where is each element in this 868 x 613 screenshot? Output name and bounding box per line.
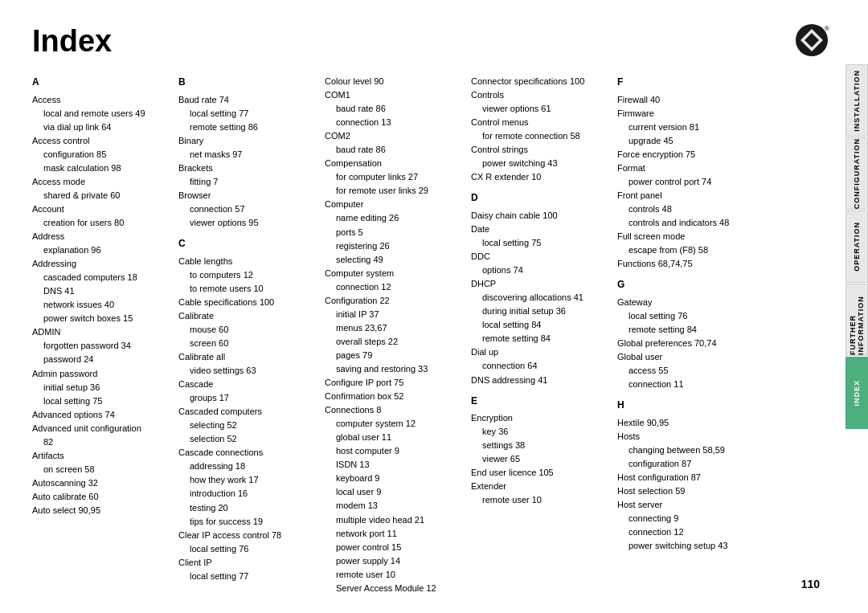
index-entry: local setting 77 bbox=[178, 107, 315, 121]
index-entry: changing between 58,59 bbox=[617, 443, 754, 457]
index-entry: local setting 76 bbox=[617, 309, 754, 323]
index-entry: shared & private 60 bbox=[32, 189, 169, 202]
index-entry: on screen 58 bbox=[32, 463, 169, 476]
index-entry: registering 26 bbox=[325, 239, 461, 253]
sidebar-tab-index[interactable]: INDEX bbox=[845, 357, 868, 429]
index-entry: DDC bbox=[471, 250, 608, 264]
index-entry: Gateway bbox=[617, 296, 754, 309]
index-entry: cascaded computers 18 bbox=[32, 271, 169, 284]
index-entry: name editing 26 bbox=[325, 211, 461, 225]
index-entry: Firewall 40 bbox=[617, 93, 754, 107]
index-entry: access 55 bbox=[617, 364, 754, 378]
index-entry: fitting 7 bbox=[178, 175, 315, 189]
index-entry: Clear IP access control 78 bbox=[178, 529, 315, 542]
index-entry: computer system 12 bbox=[325, 417, 461, 431]
index-entry: Control menus bbox=[471, 116, 608, 129]
index-entry: configuration 85 bbox=[32, 148, 169, 161]
index-entry: Computer bbox=[325, 198, 461, 211]
index-entry: local setting 76 bbox=[178, 542, 315, 556]
index-entry: power supply 14 bbox=[325, 554, 461, 568]
index-entry: initial setup 36 bbox=[32, 381, 169, 394]
index-entry: controls and indicators 48 bbox=[617, 216, 754, 230]
index-entry: Addressing bbox=[32, 257, 169, 271]
index-entry: addressing 18 bbox=[178, 460, 315, 473]
index-entry: explanation 96 bbox=[32, 243, 169, 257]
index-entry: password 24 bbox=[32, 353, 169, 366]
index-entry: Calibrate bbox=[178, 309, 315, 323]
page-number: 110 bbox=[801, 578, 820, 591]
index-entry: connection 13 bbox=[325, 116, 461, 129]
index-entry: video settings 63 bbox=[178, 364, 315, 378]
index-entry: for computer links 27 bbox=[325, 170, 461, 184]
sidebar-tab-installation[interactable]: INSTALLATION bbox=[845, 64, 868, 137]
index-entry: connection 11 bbox=[617, 378, 754, 391]
index-entry: DHCP bbox=[471, 277, 608, 291]
index-entry: via dial up link 64 bbox=[32, 121, 169, 134]
index-entry: for remote connection 58 bbox=[471, 129, 608, 143]
index-entry: to remote users 10 bbox=[178, 282, 315, 296]
index-entry: Global preferences 70,74 bbox=[617, 337, 754, 350]
index-entry: for remote user links 29 bbox=[325, 184, 461, 198]
index-entry: Advanced unit configuration bbox=[32, 422, 169, 435]
index-entry: options 74 bbox=[471, 264, 608, 277]
index-entry: remote setting 84 bbox=[617, 323, 754, 337]
index-entry: pages 79 bbox=[325, 349, 461, 362]
index-entry: connecting 9 bbox=[617, 512, 754, 525]
index-entry: local and remote users 49 bbox=[32, 107, 169, 121]
index-entry: COM2 bbox=[325, 129, 461, 143]
index-entry: controls 48 bbox=[617, 202, 754, 216]
index-entry: DNS 41 bbox=[32, 284, 169, 298]
sidebar-tab-configuration[interactable]: CONFIGURATION bbox=[845, 137, 868, 210]
section-letter-d: D bbox=[471, 190, 608, 206]
index-entry: Encryption bbox=[471, 411, 608, 425]
index-entry: Address bbox=[32, 230, 169, 243]
index-entry: Auto calibrate 60 bbox=[32, 490, 169, 504]
index-entry: viewer 65 bbox=[471, 452, 608, 466]
index-entry: Access mode bbox=[32, 175, 169, 189]
index-entry: Brackets bbox=[178, 161, 315, 175]
index-entry: Browser bbox=[178, 189, 315, 202]
index-entry: overall steps 22 bbox=[325, 335, 461, 349]
index-entry: ports 5 bbox=[325, 226, 461, 239]
index-entry: Hextile 90,95 bbox=[617, 416, 754, 430]
index-entry: local setting 84 bbox=[471, 318, 608, 332]
index-entry: Computer system bbox=[325, 267, 461, 280]
index-entry: groups 17 bbox=[178, 391, 315, 405]
index-entry: selecting 52 bbox=[178, 419, 315, 432]
index-entry: Controls bbox=[471, 88, 608, 102]
index-entry: Connector specifications 100 bbox=[471, 75, 608, 88]
index-entry: discovering allocations 41 bbox=[471, 291, 608, 304]
index-entry: power control port 74 bbox=[617, 175, 754, 189]
index-entry: Connections 8 bbox=[325, 403, 461, 417]
index-entry: key 36 bbox=[471, 425, 608, 439]
index-entry: local user 9 bbox=[325, 485, 461, 499]
index-entry: Host server bbox=[617, 498, 754, 512]
index-entry: connection 12 bbox=[325, 280, 461, 294]
index-entry: Cascade connections bbox=[178, 446, 315, 460]
sidebar-tab-operation[interactable]: OPERATION bbox=[845, 210, 868, 283]
index-entry: Auto select 90,95 bbox=[32, 504, 169, 517]
index-entry: saving and restoring 33 bbox=[325, 362, 461, 376]
index-entry: net masks 97 bbox=[178, 148, 315, 161]
col-b: BBaud rate 74local setting 77remote sett… bbox=[178, 75, 325, 595]
index-entry: Format bbox=[617, 161, 754, 175]
index-entry: screen 60 bbox=[178, 337, 315, 350]
index-entry: mouse 60 bbox=[178, 323, 315, 337]
index-entry: ADMIN bbox=[32, 325, 169, 339]
index-entry: baud rate 86 bbox=[325, 102, 461, 116]
index-entry: mask calculation 98 bbox=[32, 161, 169, 175]
index-entry: current version 81 bbox=[617, 121, 754, 134]
index-entry: connection 57 bbox=[178, 202, 315, 216]
svg-text:®: ® bbox=[825, 25, 829, 32]
index-entry: Account bbox=[32, 202, 169, 216]
index-entry: how they work 17 bbox=[178, 473, 315, 487]
section-letter-e: E bbox=[471, 394, 608, 409]
index-entry: Host configuration 87 bbox=[617, 471, 754, 484]
index-entry: COM1 bbox=[325, 88, 461, 102]
sidebar-tab-further-information[interactable]: FURTHER INFORMATION bbox=[845, 284, 868, 356]
index-entry: network port 11 bbox=[325, 527, 461, 541]
index-entry: power switching setup 43 bbox=[617, 539, 754, 553]
index-entry: local setting 75 bbox=[471, 236, 608, 250]
index-entry: Autoscanning 32 bbox=[32, 476, 169, 490]
index-entry: Date bbox=[471, 223, 608, 236]
